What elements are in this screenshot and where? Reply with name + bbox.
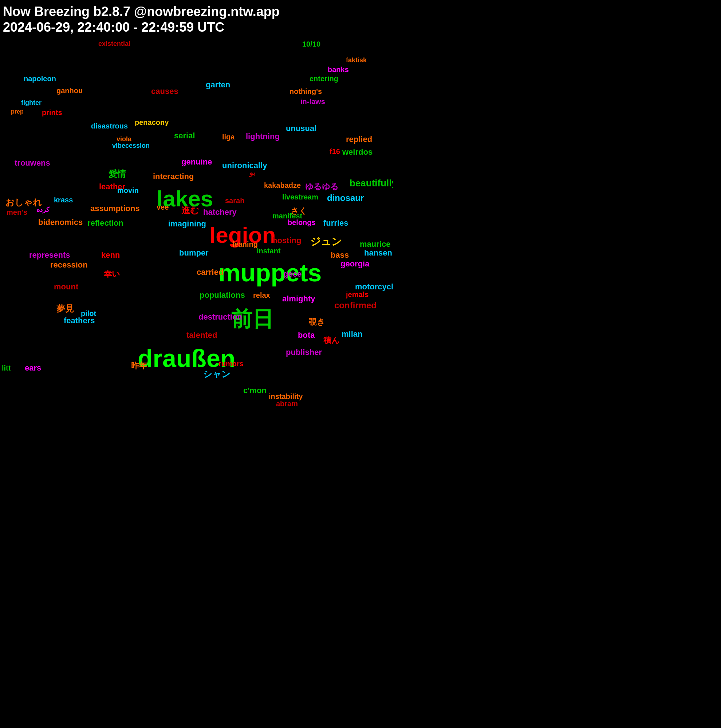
word-item: كرده	[37, 206, 49, 214]
word-item: liga	[222, 133, 234, 141]
word-item: penacony	[135, 118, 168, 127]
word-item: talented	[187, 330, 217, 340]
word-item: unusual	[286, 124, 317, 133]
word-item: garten	[206, 80, 230, 90]
word-item: kenn	[101, 251, 120, 260]
word-item: fighter	[21, 99, 41, 107]
word-item: prints	[42, 109, 62, 117]
header-line2: 2024-06-29, 22:40:00 - 22:49:59 UTC	[3, 19, 280, 35]
word-item: prep	[11, 109, 24, 115]
word-item: furries	[323, 219, 348, 228]
word-item: jemals	[346, 291, 369, 299]
word-item: in-laws	[300, 98, 325, 106]
word-item: vee	[156, 203, 168, 211]
word-item: lightning	[246, 132, 280, 141]
word-item: publisher	[286, 348, 322, 357]
word-item: ゆるゆる	[305, 181, 339, 192]
word-item: ジュン	[310, 235, 342, 249]
app-header: Now Breezing b2.8.7 @nowbreezing.ntw.app…	[3, 4, 280, 35]
word-item: 10/10	[302, 40, 320, 48]
word-item: hansen	[364, 248, 392, 258]
word-item: movin	[117, 187, 139, 195]
word-item: シャン	[203, 369, 231, 380]
word-item: serial	[174, 131, 195, 141]
word-item: men's	[6, 208, 27, 217]
word-item: disastrous	[91, 122, 128, 130]
word-item: muppets	[219, 258, 321, 287]
word-item: replied	[346, 135, 372, 144]
word-item: gece	[283, 269, 302, 279]
word-item: mount	[54, 282, 78, 292]
word-item: assumptions	[90, 204, 140, 213]
word-item: georgia	[340, 259, 369, 269]
word-item: napoleon	[24, 75, 56, 83]
word-item: feathers	[64, 316, 95, 326]
word-item: beautifully	[350, 177, 393, 189]
word-item: بو	[250, 168, 255, 177]
word-item: bidenomics	[38, 218, 83, 227]
word-item: weirdos	[342, 147, 372, 157]
word-item: dinosaur	[327, 193, 364, 203]
word-item: c'mon	[243, 386, 266, 395]
word-item: 夢見	[57, 303, 74, 315]
word-item: banks	[328, 66, 349, 74]
word-item: unironically	[222, 161, 267, 170]
word-item: hosting	[272, 236, 301, 245]
word-item: leaning	[232, 240, 258, 249]
word-item: hatchery	[203, 208, 237, 217]
word-item: imagining	[168, 219, 206, 229]
word-item: carried	[197, 268, 223, 277]
word-item: instant	[257, 247, 281, 255]
word-item: existential	[98, 40, 130, 48]
word-item: litt	[2, 364, 11, 372]
word-item: trouwens	[15, 158, 50, 168]
word-item: bass	[331, 251, 349, 260]
word-item: 覗き	[309, 317, 325, 327]
word-item: reflection	[87, 219, 124, 228]
word-item: ears	[25, 363, 41, 373]
word-item: abram	[276, 400, 298, 408]
word-item: 積ん	[323, 335, 340, 346]
word-item: maurice	[360, 240, 390, 249]
word-item: rumors	[219, 359, 243, 368]
word-item: bumper	[179, 248, 209, 258]
word-item: milan	[341, 329, 362, 339]
word-item: 昨年	[131, 360, 147, 371]
word-item: represents	[29, 251, 70, 260]
word-item: 幸い	[104, 269, 120, 280]
word-item: f16	[329, 147, 340, 156]
word-item: sarah	[225, 197, 244, 205]
word-item: belongs	[288, 219, 316, 227]
word-item: vibecession	[112, 142, 150, 150]
word-item: almighty	[282, 294, 315, 304]
word-item: causes	[151, 87, 178, 96]
word-item: entering	[309, 75, 338, 83]
word-item: populations	[199, 291, 245, 300]
word-item: destruction	[199, 312, 242, 322]
word-item: recession	[50, 260, 88, 270]
word-item: bota	[298, 330, 315, 340]
header-line1: Now Breezing b2.8.7 @nowbreezing.ntw.app	[3, 4, 280, 19]
word-item: interacting	[153, 172, 194, 181]
word-item: ganhou	[57, 87, 83, 95]
word-item: confirmed	[334, 300, 377, 310]
word-item: 愛情	[109, 168, 126, 180]
word-item: livestream	[282, 193, 318, 201]
word-item: relax	[253, 291, 270, 300]
word-item: krass	[54, 196, 73, 204]
word-item: faktisk	[346, 57, 367, 64]
word-item: genuine	[181, 157, 212, 167]
word-item: kakabadze	[264, 181, 301, 190]
word-item: 進む	[181, 205, 199, 216]
word-item: nothing's	[289, 87, 322, 96]
